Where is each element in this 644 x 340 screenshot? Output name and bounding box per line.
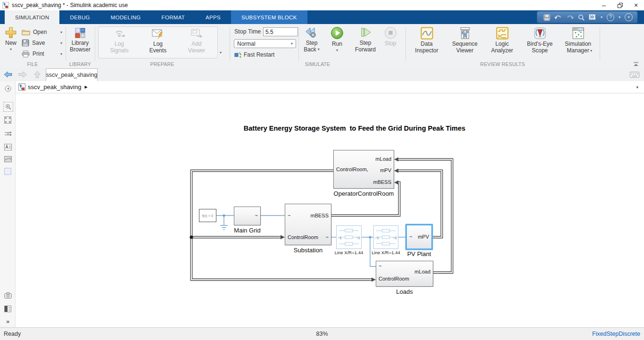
library-browser-button[interactable]: Library Browser [67,27,93,53]
port-label: mPV [418,234,429,240]
data-inspector-icon [421,27,433,40]
tab-apps[interactable]: APPS [195,10,231,24]
zoom-region-icon[interactable] [3,102,13,112]
stop-icon [384,26,397,39]
solver-label: f(x) = 0 [202,214,214,218]
breadcrumb-path[interactable]: sscv_peak_shaving [28,83,81,91]
data-inspector-button[interactable]: Data Inspector [409,27,444,54]
prepare-dropdown-icon[interactable]: ▾ [220,50,222,55]
layout-options-icon[interactable] [589,14,596,21]
block-line-1[interactable]: ~1 ~2 Line X/R=1.44 [336,225,362,249]
signal-routing-icon[interactable] [3,129,12,138]
port-label: ~ [409,234,412,240]
document-tab[interactable]: sscv_peak_shaving [46,68,98,81]
search-icon[interactable] [578,14,585,21]
stop-time-label: Stop Time [234,28,261,35]
expand-palette-icon[interactable]: » [3,317,12,326]
port-label: ControlRoom, [336,166,368,172]
model-browser-icon[interactable] [3,304,12,313]
block-loads[interactable]: ~ ControlRoom mLoad Loads [376,261,433,287]
tab-subsystem-block[interactable]: SUBSYSTEM BLOCK [231,10,307,24]
breadcrumb-arrow-icon[interactable]: ▶ [84,85,87,89]
port-label: mLoad [375,156,391,162]
step-back-button[interactable]: Step Back ▾ [301,26,322,53]
port-label: ~ [255,213,258,218]
step-forward-label-1: Step [360,40,372,46]
hide-browser-icon[interactable] [3,84,12,93]
step-forward-button[interactable]: Step Forward [353,26,378,53]
back-button[interactable] [3,71,13,78]
log-events-button[interactable]: Log Events [140,28,175,54]
block-main-grid[interactable]: ~ Main Grid [234,207,261,225]
help-icon[interactable]: ? [607,14,614,21]
screenshot-icon[interactable] [3,291,12,300]
save-dropdown-icon: ▾ [60,41,62,45]
stop-label: Stop [385,40,396,47]
breadcrumb-bar: sscv_peak_shaving ▶ ▾ [16,81,644,93]
new-button[interactable]: New ▾ [3,26,19,53]
data-inspector-label-2: Inspector [415,47,438,54]
canvas-palette: » [0,81,16,327]
sequence-viewer-button[interactable]: Sequence Viewer [447,27,483,54]
solver-indicator[interactable]: FixedStepDiscrete [592,331,640,337]
tab-modeling[interactable]: MODELING [100,10,151,24]
fit-to-view-icon[interactable] [3,116,12,124]
block-line-2[interactable]: ~1 ~2 Line X/R=1.44 [373,225,398,249]
quick-save-icon[interactable] [544,14,550,21]
port-label: ~2 [356,236,360,240]
minimize-button[interactable]: – [596,0,612,10]
model-canvas[interactable]: Battery Energy Storage System to Feed th… [16,93,644,327]
save-button[interactable]: Save ▾ [22,38,62,48]
section-file: FILE [0,61,65,67]
block-solver-configuration[interactable]: f(x) = 0 [199,209,216,222]
port-label: ~2 [393,236,397,240]
zoom-level: 83% [316,331,328,337]
open-label: Open [33,29,47,35]
mode-dropdown-icon: ▾ [291,41,293,46]
simulation-mode-select[interactable]: Normal ▾ [234,39,296,48]
layout-dropdown-icon[interactable]: ▾ [601,15,603,19]
simulink-window: sscv_peak_shaving * - Simulink academic … [0,0,644,340]
save-label: Save [32,40,45,46]
tab-debug[interactable]: DEBUG [59,10,100,24]
block-substation[interactable]: ~ ControlRoom mBESS ~ Substation [285,204,331,245]
port-label: ControlRoom [379,276,409,282]
keyboard-shortcuts-button[interactable] [630,71,639,78]
print-label: Print [33,50,44,57]
step-forward-label-2: Forward [355,46,376,53]
up-button[interactable] [33,71,42,78]
open-button[interactable]: Open ▾ [22,27,62,37]
block-operator-control-room[interactable]: ControlRoom, mLoad mPV mBESS OperatorCon… [333,150,394,189]
close-button[interactable]: × [628,0,644,10]
restore-button[interactable] [612,0,628,10]
undo-icon[interactable] [554,14,562,20]
minimize-ribbon-circle-icon[interactable]: ▾ [625,13,633,21]
log-signals-label-2: Signals [110,47,128,54]
area-box-icon[interactable] [3,167,12,176]
breadcrumb-dropdown-icon[interactable]: ▾ [636,85,638,90]
annotation-icon[interactable] [3,142,12,151]
divider [95,27,95,61]
up-icon [34,71,41,78]
help-dropdown-icon[interactable]: ▾ [619,15,620,19]
stop-time-input[interactable] [263,27,298,36]
log-signals-button[interactable]: Log Signals [102,28,137,54]
print-button[interactable]: Print ▾ [22,49,62,59]
step-back-icon [305,26,318,39]
redo-icon[interactable] [566,14,574,20]
image-icon[interactable] [3,155,12,164]
status-text: Ready [4,331,21,337]
review-dropdown-icon[interactable]: ▾ [590,49,592,53]
add-viewer-button[interactable]: Add Viewer [179,28,214,54]
stop-button[interactable]: Stop [381,26,400,47]
forward-button[interactable] [18,71,27,78]
tab-simulation[interactable]: SIMULATION [5,10,59,24]
collapse-ribbon-button[interactable] [633,62,639,66]
run-button[interactable]: Run ▾ [328,26,346,54]
tab-format[interactable]: FORMAT [151,10,196,24]
step-back-dropdown-icon: ▾ [318,46,320,53]
birds-eye-scope-button[interactable]: Bird's-Eye Scope [521,27,558,54]
logic-analyzer-button[interactable]: Logic Analyzer [486,27,519,54]
fast-restart-toggle[interactable]: Fast Restart [234,51,274,58]
block-pv-plant[interactable]: ~ mPV PV Plant [405,224,433,250]
